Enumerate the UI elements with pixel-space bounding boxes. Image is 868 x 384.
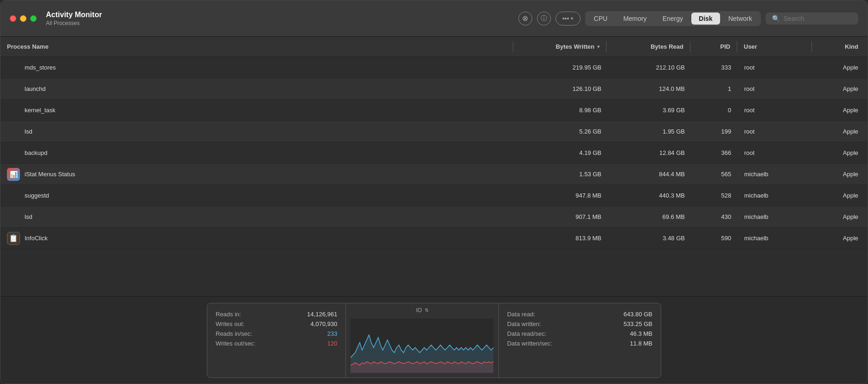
close-icon-btn[interactable]: ⊗ xyxy=(518,12,532,26)
col-header-bytes-written[interactable]: Bytes Written ▾ xyxy=(513,43,606,50)
app-title-block: Activity Monitor All Processes xyxy=(46,11,102,26)
cell-bytes-written: 219.95 GB xyxy=(515,64,608,71)
tab-network[interactable]: Network xyxy=(721,13,760,25)
cell-user: root xyxy=(738,149,812,156)
icon-placeholder xyxy=(7,147,20,160)
table-row[interactable]: launchd 126.10 GB 124.0 MB 1 root Apple xyxy=(0,78,868,100)
col-header-process[interactable]: Process Name xyxy=(0,43,513,50)
process-name-text: launchd xyxy=(25,85,46,92)
x-icon: ⊗ xyxy=(522,14,528,23)
col-header-pid[interactable]: PID xyxy=(690,43,737,50)
cell-bytes-read: 1.95 GB xyxy=(608,128,691,135)
cell-bytes-read: 69.6 MB xyxy=(608,213,691,220)
cell-process-name: 📊 iStat Menus Status xyxy=(0,168,515,181)
table-row[interactable]: backupd 4.19 GB 12.84 GB 366 root Apple xyxy=(0,142,868,164)
cell-pid: 565 xyxy=(691,171,738,178)
table-row[interactable]: 📊 iStat Menus Status 1.53 GB 844.4 MB 56… xyxy=(0,164,868,185)
table-row[interactable]: kernel_task 8.98 GB 3.69 GB 0 root Apple xyxy=(0,100,868,121)
stat-data-read-sec: Data read/sec: 46.3 MB xyxy=(507,330,652,337)
titlebar: Activity Monitor All Processes ⊗ ⓘ ••• ▾… xyxy=(0,0,868,37)
col-header-kind[interactable]: Kind xyxy=(812,43,868,50)
cell-kind: Apple xyxy=(812,213,868,220)
process-name-text: lsd xyxy=(25,128,32,135)
cell-pid: 430 xyxy=(691,213,738,220)
table-row[interactable]: mds_stores 219.95 GB 212.10 GB 333 root … xyxy=(0,57,868,78)
tab-energy[interactable]: Energy xyxy=(655,13,690,25)
cell-kind: Apple xyxy=(812,85,868,92)
process-name-text: InfoClick xyxy=(25,235,48,242)
minimize-button[interactable] xyxy=(20,15,26,22)
cell-user: root xyxy=(738,107,812,114)
cell-bytes-read: 212.10 GB xyxy=(608,64,691,71)
cell-pid: 0 xyxy=(691,107,738,114)
cell-bytes-read: 124.0 MB xyxy=(608,85,691,92)
cell-pid: 1 xyxy=(691,85,738,92)
dots-icon: ••• xyxy=(562,15,569,22)
search-box: 🔍 xyxy=(766,13,858,25)
col-header-bytes-read[interactable]: Bytes Read xyxy=(606,43,690,50)
cell-pid: 590 xyxy=(691,235,738,242)
reads-in-label: Reads in: xyxy=(216,311,241,318)
cell-kind: Apple xyxy=(812,107,868,114)
tab-disk[interactable]: Disk xyxy=(691,13,720,25)
cell-user: michaelb xyxy=(738,213,812,220)
cell-user: root xyxy=(738,85,812,92)
search-input[interactable] xyxy=(784,15,849,22)
stats-container: Reads in: 14,126,961 Writes out: 4,070,9… xyxy=(207,303,661,378)
io-chart xyxy=(351,317,493,373)
data-written-sec-label: Data written/sec: xyxy=(507,340,552,347)
chart-header: IO ⇅ xyxy=(416,303,428,317)
stat-data-read: Data read: 643.80 GB xyxy=(507,311,652,318)
bottom-panel: Reads in: 14,126,961 Writes out: 4,070,9… xyxy=(0,296,868,384)
chart-sort-icon: ⇅ xyxy=(425,307,428,313)
cell-bytes-written: 1.53 GB xyxy=(515,171,608,178)
icon-placeholder xyxy=(7,189,20,202)
col-header-user[interactable]: User xyxy=(737,43,811,50)
cell-kind: Apple xyxy=(812,235,868,242)
cell-bytes-read: 440.3 MB xyxy=(608,192,691,199)
data-read-label: Data read: xyxy=(507,311,536,318)
data-written-value: 533.25 GB xyxy=(624,320,652,327)
cell-pid: 333 xyxy=(691,64,738,71)
cell-process-name: lsd xyxy=(0,211,515,224)
reads-in-sec-value: 233 xyxy=(327,330,338,337)
action-button[interactable]: ••• ▾ xyxy=(555,12,581,26)
stat-reads-in: Reads in: 14,126,961 xyxy=(216,311,337,318)
istat-icon: 📊 xyxy=(7,168,20,181)
chart-canvas xyxy=(346,317,498,378)
cell-pid: 366 xyxy=(691,149,738,156)
cell-process-name: mds_stores xyxy=(0,61,515,74)
writes-out-sec-label: Writes out/sec: xyxy=(216,340,255,347)
cell-bytes-read: 844.4 MB xyxy=(608,171,691,178)
writes-out-label: Writes out: xyxy=(216,320,244,327)
table-row[interactable]: lsd 907.1 MB 69.6 MB 430 michaelb Apple xyxy=(0,206,868,228)
cell-process-name: suggestd xyxy=(0,189,515,202)
chevron-down-icon: ▾ xyxy=(571,16,573,21)
stat-data-written: Data written: 533.25 GB xyxy=(507,320,652,327)
cell-bytes-read: 12.84 GB xyxy=(608,149,691,156)
cell-process-name: lsd xyxy=(0,125,515,138)
cell-user: michaelb xyxy=(738,235,812,242)
process-name-text: suggestd xyxy=(25,192,49,199)
tab-cpu[interactable]: CPU xyxy=(587,13,615,25)
cell-bytes-written: 5.26 GB xyxy=(515,128,608,135)
stats-left: Reads in: 14,126,961 Writes out: 4,070,9… xyxy=(207,303,346,378)
titlebar-controls: ⊗ ⓘ ••• ▾ CPU Memory Energy Disk Network… xyxy=(518,11,858,26)
cell-process-name: 📋 InfoClick xyxy=(0,232,515,245)
info-button[interactable]: ⓘ xyxy=(537,12,551,26)
cell-bytes-written: 126.10 GB xyxy=(515,85,608,92)
tab-memory[interactable]: Memory xyxy=(616,13,654,25)
table-row[interactable]: 📋 InfoClick 813.9 MB 3.48 GB 590 michael… xyxy=(0,228,868,249)
table-row[interactable]: suggestd 947.8 MB 440.3 MB 528 michaelb … xyxy=(0,185,868,206)
cell-bytes-written: 947.8 MB xyxy=(515,192,608,199)
cell-bytes-read: 3.48 GB xyxy=(608,235,691,242)
data-read-sec-value: 46.3 MB xyxy=(630,330,652,337)
tab-group: CPU Memory Energy Disk Network xyxy=(585,11,761,26)
cell-kind: Apple xyxy=(812,192,868,199)
cell-user: michaelb xyxy=(738,192,812,199)
close-button[interactable] xyxy=(10,15,16,22)
table-row[interactable]: lsd 5.26 GB 1.95 GB 199 root Apple xyxy=(0,121,868,142)
data-read-value: 643.80 GB xyxy=(624,311,652,318)
activity-monitor-window: Activity Monitor All Processes ⊗ ⓘ ••• ▾… xyxy=(0,0,868,384)
maximize-button[interactable] xyxy=(30,15,37,22)
